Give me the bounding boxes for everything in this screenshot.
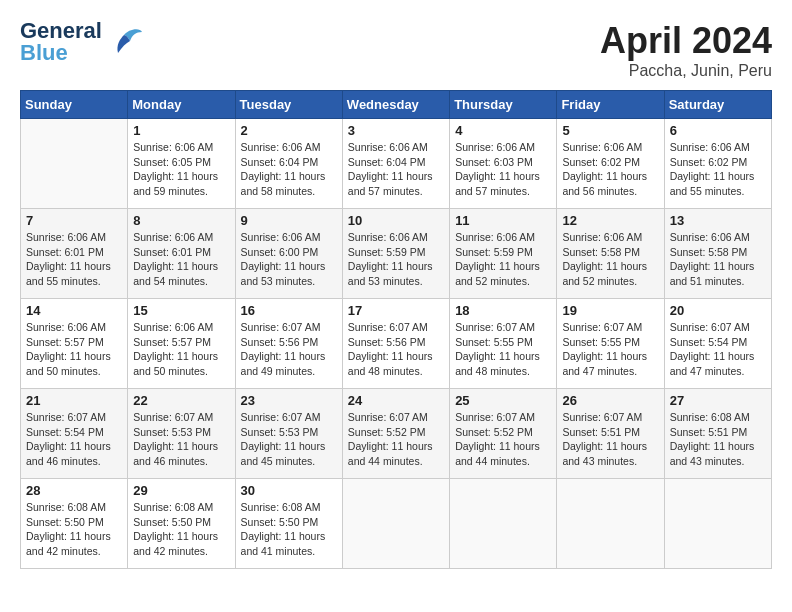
logo: General Blue (20, 20, 142, 64)
calendar-week-row: 28Sunrise: 6:08 AM Sunset: 5:50 PM Dayli… (21, 479, 772, 569)
day-info: Sunrise: 6:06 AM Sunset: 6:02 PM Dayligh… (670, 140, 766, 199)
day-number: 11 (455, 213, 551, 228)
calendar-cell: 15Sunrise: 6:06 AM Sunset: 5:57 PM Dayli… (128, 299, 235, 389)
calendar-cell: 24Sunrise: 6:07 AM Sunset: 5:52 PM Dayli… (342, 389, 449, 479)
day-info: Sunrise: 6:08 AM Sunset: 5:50 PM Dayligh… (133, 500, 229, 559)
calendar-cell: 1Sunrise: 6:06 AM Sunset: 6:05 PM Daylig… (128, 119, 235, 209)
day-info: Sunrise: 6:08 AM Sunset: 5:51 PM Dayligh… (670, 410, 766, 469)
weekday-header: Thursday (450, 91, 557, 119)
calendar-cell: 7Sunrise: 6:06 AM Sunset: 6:01 PM Daylig… (21, 209, 128, 299)
logo-bird-icon (106, 27, 142, 57)
calendar-cell (342, 479, 449, 569)
calendar-cell: 29Sunrise: 6:08 AM Sunset: 5:50 PM Dayli… (128, 479, 235, 569)
calendar-cell: 16Sunrise: 6:07 AM Sunset: 5:56 PM Dayli… (235, 299, 342, 389)
day-number: 3 (348, 123, 444, 138)
day-info: Sunrise: 6:07 AM Sunset: 5:56 PM Dayligh… (241, 320, 337, 379)
day-info: Sunrise: 6:06 AM Sunset: 6:01 PM Dayligh… (133, 230, 229, 289)
calendar-header-row: SundayMondayTuesdayWednesdayThursdayFrid… (21, 91, 772, 119)
calendar-cell: 10Sunrise: 6:06 AM Sunset: 5:59 PM Dayli… (342, 209, 449, 299)
day-number: 1 (133, 123, 229, 138)
calendar-cell: 22Sunrise: 6:07 AM Sunset: 5:53 PM Dayli… (128, 389, 235, 479)
day-number: 18 (455, 303, 551, 318)
calendar-week-row: 7Sunrise: 6:06 AM Sunset: 6:01 PM Daylig… (21, 209, 772, 299)
day-info: Sunrise: 6:06 AM Sunset: 5:57 PM Dayligh… (26, 320, 122, 379)
day-number: 25 (455, 393, 551, 408)
day-number: 13 (670, 213, 766, 228)
calendar-cell: 4Sunrise: 6:06 AM Sunset: 6:03 PM Daylig… (450, 119, 557, 209)
calendar-cell: 6Sunrise: 6:06 AM Sunset: 6:02 PM Daylig… (664, 119, 771, 209)
calendar-cell (450, 479, 557, 569)
day-info: Sunrise: 6:06 AM Sunset: 5:59 PM Dayligh… (348, 230, 444, 289)
calendar-cell: 28Sunrise: 6:08 AM Sunset: 5:50 PM Dayli… (21, 479, 128, 569)
day-info: Sunrise: 6:07 AM Sunset: 5:54 PM Dayligh… (670, 320, 766, 379)
day-info: Sunrise: 6:07 AM Sunset: 5:56 PM Dayligh… (348, 320, 444, 379)
calendar-table: SundayMondayTuesdayWednesdayThursdayFrid… (20, 90, 772, 569)
day-info: Sunrise: 6:06 AM Sunset: 5:58 PM Dayligh… (670, 230, 766, 289)
calendar-cell: 9Sunrise: 6:06 AM Sunset: 6:00 PM Daylig… (235, 209, 342, 299)
calendar-cell (664, 479, 771, 569)
day-number: 21 (26, 393, 122, 408)
day-number: 20 (670, 303, 766, 318)
weekday-header: Wednesday (342, 91, 449, 119)
day-info: Sunrise: 6:07 AM Sunset: 5:52 PM Dayligh… (348, 410, 444, 469)
calendar-cell: 14Sunrise: 6:06 AM Sunset: 5:57 PM Dayli… (21, 299, 128, 389)
calendar-cell: 11Sunrise: 6:06 AM Sunset: 5:59 PM Dayli… (450, 209, 557, 299)
calendar-cell: 8Sunrise: 6:06 AM Sunset: 6:01 PM Daylig… (128, 209, 235, 299)
calendar-cell: 20Sunrise: 6:07 AM Sunset: 5:54 PM Dayli… (664, 299, 771, 389)
day-info: Sunrise: 6:06 AM Sunset: 6:00 PM Dayligh… (241, 230, 337, 289)
calendar-cell: 30Sunrise: 6:08 AM Sunset: 5:50 PM Dayli… (235, 479, 342, 569)
day-info: Sunrise: 6:06 AM Sunset: 5:57 PM Dayligh… (133, 320, 229, 379)
calendar-cell: 19Sunrise: 6:07 AM Sunset: 5:55 PM Dayli… (557, 299, 664, 389)
day-number: 6 (670, 123, 766, 138)
day-number: 17 (348, 303, 444, 318)
day-info: Sunrise: 6:06 AM Sunset: 5:59 PM Dayligh… (455, 230, 551, 289)
day-number: 7 (26, 213, 122, 228)
day-info: Sunrise: 6:07 AM Sunset: 5:55 PM Dayligh… (562, 320, 658, 379)
day-info: Sunrise: 6:06 AM Sunset: 6:01 PM Dayligh… (26, 230, 122, 289)
day-info: Sunrise: 6:07 AM Sunset: 5:53 PM Dayligh… (133, 410, 229, 469)
day-info: Sunrise: 6:07 AM Sunset: 5:55 PM Dayligh… (455, 320, 551, 379)
calendar-week-row: 1Sunrise: 6:06 AM Sunset: 6:05 PM Daylig… (21, 119, 772, 209)
weekday-header: Friday (557, 91, 664, 119)
day-number: 24 (348, 393, 444, 408)
day-number: 8 (133, 213, 229, 228)
calendar-cell (557, 479, 664, 569)
day-number: 28 (26, 483, 122, 498)
calendar-cell: 5Sunrise: 6:06 AM Sunset: 6:02 PM Daylig… (557, 119, 664, 209)
calendar-cell: 18Sunrise: 6:07 AM Sunset: 5:55 PM Dayli… (450, 299, 557, 389)
calendar-cell: 3Sunrise: 6:06 AM Sunset: 6:04 PM Daylig… (342, 119, 449, 209)
location: Paccha, Junin, Peru (600, 62, 772, 80)
day-info: Sunrise: 6:06 AM Sunset: 6:04 PM Dayligh… (241, 140, 337, 199)
weekday-header: Saturday (664, 91, 771, 119)
title-area: April 2024 Paccha, Junin, Peru (600, 20, 772, 80)
day-number: 12 (562, 213, 658, 228)
day-number: 22 (133, 393, 229, 408)
day-number: 27 (670, 393, 766, 408)
calendar-cell: 27Sunrise: 6:08 AM Sunset: 5:51 PM Dayli… (664, 389, 771, 479)
day-number: 16 (241, 303, 337, 318)
day-number: 26 (562, 393, 658, 408)
page-header: General Blue April 2024 Paccha, Junin, P… (20, 20, 772, 80)
month-title: April 2024 (600, 20, 772, 62)
logo-general: General (20, 20, 102, 42)
day-info: Sunrise: 6:06 AM Sunset: 5:58 PM Dayligh… (562, 230, 658, 289)
day-info: Sunrise: 6:07 AM Sunset: 5:52 PM Dayligh… (455, 410, 551, 469)
day-number: 29 (133, 483, 229, 498)
day-info: Sunrise: 6:06 AM Sunset: 6:04 PM Dayligh… (348, 140, 444, 199)
day-info: Sunrise: 6:07 AM Sunset: 5:53 PM Dayligh… (241, 410, 337, 469)
calendar-week-row: 21Sunrise: 6:07 AM Sunset: 5:54 PM Dayli… (21, 389, 772, 479)
logo-blue: Blue (20, 42, 102, 64)
day-info: Sunrise: 6:08 AM Sunset: 5:50 PM Dayligh… (241, 500, 337, 559)
calendar-cell: 21Sunrise: 6:07 AM Sunset: 5:54 PM Dayli… (21, 389, 128, 479)
calendar-week-row: 14Sunrise: 6:06 AM Sunset: 5:57 PM Dayli… (21, 299, 772, 389)
day-number: 10 (348, 213, 444, 228)
weekday-header: Sunday (21, 91, 128, 119)
day-number: 4 (455, 123, 551, 138)
day-info: Sunrise: 6:06 AM Sunset: 6:03 PM Dayligh… (455, 140, 551, 199)
day-number: 14 (26, 303, 122, 318)
calendar-cell: 17Sunrise: 6:07 AM Sunset: 5:56 PM Dayli… (342, 299, 449, 389)
day-info: Sunrise: 6:08 AM Sunset: 5:50 PM Dayligh… (26, 500, 122, 559)
weekday-header: Monday (128, 91, 235, 119)
calendar-cell: 12Sunrise: 6:06 AM Sunset: 5:58 PM Dayli… (557, 209, 664, 299)
day-info: Sunrise: 6:07 AM Sunset: 5:51 PM Dayligh… (562, 410, 658, 469)
